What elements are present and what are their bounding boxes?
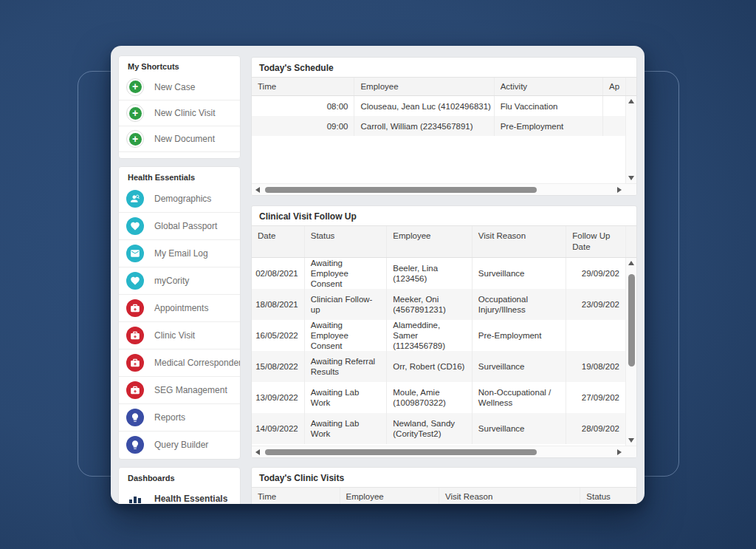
medical-bag-icon (126, 299, 144, 317)
table-row[interactable]: 08:00 Clouseau, Jean Luc (4102496831) Fl… (252, 96, 625, 116)
sidebar-item-label: Health Essentials (154, 494, 227, 504)
dashboards-card: Dashboards Health Essentials (118, 467, 241, 504)
column-header-visit-reason[interactable]: Visit Reason (472, 226, 566, 257)
horizontal-scrollbar[interactable] (252, 183, 636, 195)
vertical-scrollbar[interactable] (625, 258, 636, 446)
sidebar-item-medical-correspondence[interactable]: Medical Correspondence (119, 349, 240, 376)
column-header-activity[interactable]: Activity (495, 78, 603, 95)
cell-status: Awaiting Employee Consent (305, 320, 388, 351)
lightbulb-icon (126, 436, 144, 454)
cell-employee: Newland, Sandy (CorityTest2) (387, 413, 472, 444)
sidebar-item-label: SEG Management (154, 385, 227, 395)
sidebar-item-label: Query Builder (154, 440, 208, 450)
vertical-scrollbar[interactable] (625, 96, 636, 183)
cell-status: Awaiting Lab Work (305, 413, 388, 444)
sidebar-item-seg-management[interactable]: SEG Management (119, 376, 240, 403)
shortcuts-title: My Shortcuts (119, 56, 240, 74)
cell-employee: Carroll, William (2234567891) (354, 116, 494, 136)
sidebar-item-health-essentials-dashboard[interactable]: Health Essentials (119, 485, 240, 504)
heart-icon (126, 217, 144, 235)
scrollbar-thumb[interactable] (265, 449, 537, 455)
sidebar-item-reports[interactable]: Reports (119, 403, 240, 431)
scroll-left-icon[interactable] (255, 187, 260, 193)
cell-date: 18/08/2021 (252, 289, 305, 320)
lightbulb-icon (126, 409, 144, 426)
horizontal-scrollbar[interactable] (252, 446, 636, 457)
card-footer (119, 151, 240, 158)
cell-employee: Beeler, Lina (123456) (387, 258, 472, 289)
cell-employee: Clouseau, Jean Luc (4102496831) (354, 96, 494, 116)
cell-activity: Pre-Employment (495, 116, 603, 136)
sidebar-item-label: Demographics (154, 194, 211, 204)
dashboards-title: Dashboards (119, 468, 240, 485)
cell-ap (603, 96, 625, 116)
cell-employee: Alameddine, Samer (1123456789) (387, 320, 472, 351)
table-header: Time Employee Visit Reason Status (252, 487, 636, 504)
cell-visit-reason: Surveillance (472, 258, 566, 289)
column-header-employee[interactable]: Employee (387, 226, 472, 257)
scroll-up-icon[interactable] (628, 261, 634, 265)
scroll-up-icon[interactable] (628, 99, 634, 103)
column-header-date[interactable]: Date (252, 226, 305, 257)
todays-clinic-visits-panel: Today's Clinic Visits Time Employee Visi… (251, 467, 637, 504)
scrollbar-thumb[interactable] (628, 274, 635, 366)
scroll-right-icon[interactable] (617, 187, 622, 193)
scroll-down-icon[interactable] (628, 438, 634, 443)
column-header-status[interactable]: Status (305, 226, 388, 257)
sidebar-item-label: Medical Correspondence (154, 358, 241, 368)
sidebar-item-clinic-visit[interactable]: Clinic Visit (119, 321, 240, 349)
column-header-follow-up-date[interactable]: Follow Up Date (566, 226, 625, 257)
table-row[interactable]: 14/09/2022 Awaiting Lab Work Newland, Sa… (252, 413, 625, 444)
column-header-status[interactable]: Status (580, 488, 636, 504)
shortcuts-card: My Shortcuts + New Case + New Clinic Vis… (118, 55, 241, 159)
column-header-time[interactable]: Time (252, 488, 340, 504)
sidebar-item-mycority[interactable]: myCority (119, 267, 240, 294)
cell-status: Clinician Follow-up (305, 289, 388, 320)
cell-employee: Orr, Robert (CD16) (387, 351, 472, 382)
desktop-background: My Shortcuts + New Case + New Clinic Vis… (0, 0, 756, 549)
plus-circle-icon: + (126, 78, 144, 96)
sidebar-item-new-case[interactable]: + New Case (119, 74, 240, 100)
sidebar-item-label: Appointments (154, 303, 208, 313)
cell-visit-reason: Surveillance (472, 351, 566, 382)
cell-date: 02/08/2021 (252, 258, 305, 289)
table-row[interactable]: 02/08/2021 Awaiting Employee Consent Bee… (252, 258, 625, 289)
table-row[interactable]: 16/05/2022 Awaiting Employee Consent Ala… (252, 320, 625, 351)
health-essentials-card: Health Essentials Demographics Global Pa… (118, 166, 241, 460)
sidebar-item-new-clinic-visit[interactable]: + New Clinic Visit (119, 100, 240, 126)
scrollbar-thumb[interactable] (265, 187, 537, 193)
clinical-visit-follow-up-panel: Clinical Visit Follow Up Date Status Emp… (251, 205, 637, 458)
sidebar-item-my-email-log[interactable]: My Email Log (119, 239, 240, 267)
column-header-ap[interactable]: Ap (603, 78, 625, 95)
sidebar-item-label: New Clinic Visit (154, 108, 215, 118)
sidebar-item-new-document[interactable]: + New Document (119, 126, 240, 151)
cell-follow-up-date: 23/09/202 (566, 289, 625, 320)
medical-bag-icon (126, 327, 144, 344)
cell-visit-reason: Pre-Employment (472, 320, 566, 351)
table-row[interactable]: 18/08/2021 Clinician Follow-up Meeker, O… (252, 289, 625, 320)
column-header-employee[interactable]: Employee (340, 488, 439, 504)
table-row[interactable]: 15/08/2022 Awaiting Referral Results Orr… (252, 351, 625, 382)
column-header-visit-reason[interactable]: Visit Reason (439, 488, 580, 504)
cell-follow-up-date: 28/09/202 (566, 413, 625, 444)
column-header-time[interactable]: Time (252, 78, 354, 95)
cell-date: 15/08/2022 (252, 351, 305, 382)
cell-employee: Meeker, Oni (4567891231) (387, 289, 472, 320)
scroll-left-icon[interactable] (255, 449, 260, 455)
table-header: Date Status Employee Visit Reason Follow… (252, 225, 636, 258)
cell-visit-reason: Surveillance (472, 413, 566, 444)
sidebar-item-global-passport[interactable]: Global Passport (119, 212, 240, 239)
sidebar-item-label: Reports (154, 412, 185, 423)
sidebar-item-label: Global Passport (154, 221, 217, 231)
sidebar-item-demographics[interactable]: Demographics (119, 185, 240, 212)
table-row[interactable]: 13/09/2022 Awaiting Lab Work Moule, Amie… (252, 382, 625, 413)
scroll-right-icon[interactable] (617, 449, 622, 455)
sidebar-item-appointments[interactable]: Appointments (119, 294, 240, 321)
app-window: My Shortcuts + New Case + New Clinic Vis… (111, 46, 645, 504)
sidebar-item-query-builder[interactable]: Query Builder (119, 431, 240, 458)
cell-date: 14/09/2022 (252, 413, 305, 444)
table-row[interactable]: 09:00 Carroll, William (2234567891) Pre-… (252, 116, 625, 136)
column-header-employee[interactable]: Employee (354, 78, 494, 95)
sidebar-item-label: myCority (154, 276, 189, 286)
scroll-down-icon[interactable] (628, 176, 634, 180)
